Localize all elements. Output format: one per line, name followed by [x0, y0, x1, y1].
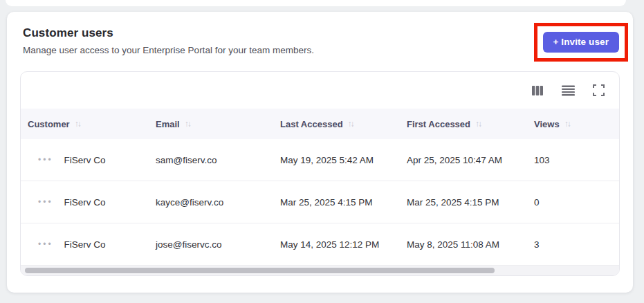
sort-icon[interactable]: ↑↓ — [185, 119, 190, 129]
table-header-row: Customer ↑↓ Email ↑↓ Last Accessed ↑↓ Fi… — [21, 109, 619, 139]
column-header-customer[interactable]: Customer ↑↓ — [21, 119, 156, 129]
cell-first-accessed: May 8, 2025 11:08 AM — [407, 239, 534, 250]
fullscreen-icon[interactable] — [591, 84, 605, 98]
row-menu-icon[interactable]: ••• — [38, 240, 53, 248]
customer-users-card: Customer users Manage user access to you… — [7, 12, 633, 293]
previous-card-bottom-edge — [6, 0, 626, 6]
cell-customer: FiServ Co — [64, 197, 106, 208]
cell-views: 103 — [534, 155, 619, 165]
cell-email: jose@fiservc.co — [156, 239, 280, 250]
column-label: Views — [534, 119, 560, 129]
cell-views: 0 — [534, 197, 619, 208]
cell-views: 3 — [534, 239, 619, 250]
sort-icon[interactable]: ↑↓ — [475, 119, 481, 129]
row-density-icon[interactable] — [561, 84, 575, 98]
cell-email: sam@fiserv.co — [156, 155, 280, 165]
column-header-email[interactable]: Email ↑↓ — [156, 119, 280, 129]
cell-last-accessed: Mar 25, 2025 4:15 PM — [280, 197, 407, 208]
page-subtitle: Manage user access to your Enterprise Po… — [23, 45, 617, 55]
cell-first-accessed: Apr 25, 2025 10:47 AM — [407, 155, 534, 165]
column-label: Email — [156, 119, 180, 129]
table-row[interactable]: ••• FiServ Co sam@fiserv.co May 19, 2025… — [21, 139, 619, 181]
column-header-first-accessed[interactable]: First Accessed ↑↓ — [407, 119, 534, 129]
sort-icon[interactable]: ↑↓ — [75, 119, 80, 129]
row-menu-icon[interactable]: ••• — [38, 198, 53, 206]
cell-customer: FiServ Co — [64, 155, 106, 165]
column-header-views[interactable]: Views ↑↓ — [534, 119, 619, 129]
column-label: Customer — [28, 119, 70, 129]
cell-first-accessed: Mar 25, 2025 4:15 PM — [407, 197, 534, 208]
column-header-last-accessed[interactable]: Last Accessed ↑↓ — [280, 119, 407, 129]
sort-icon[interactable]: ↑↓ — [564, 119, 570, 129]
table-row[interactable]: ••• FiServ Co kayce@fiserv.co Mar 25, 20… — [21, 181, 619, 223]
row-menu-icon[interactable]: ••• — [38, 156, 53, 164]
sort-icon[interactable]: ↑↓ — [348, 119, 353, 129]
annotation-highlight-box: + Invite user — [534, 23, 628, 62]
cell-last-accessed: May 19, 2025 5:42 AM — [280, 155, 407, 165]
scrollbar-thumb[interactable] — [25, 268, 495, 273]
cell-customer: FiServ Co — [64, 239, 106, 250]
users-table: Customer ↑↓ Email ↑↓ Last Accessed ↑↓ Fi… — [20, 71, 620, 276]
cell-email: kayce@fiserv.co — [156, 197, 280, 208]
invite-user-button[interactable]: + Invite user — [543, 32, 619, 53]
card-header: Customer users Manage user access to you… — [7, 12, 633, 55]
column-label: Last Accessed — [280, 119, 343, 129]
columns-icon[interactable] — [531, 84, 544, 98]
cell-last-accessed: May 14, 2025 12:12 PM — [280, 239, 407, 250]
page-title: Customer users — [23, 26, 617, 40]
table-row[interactable]: ••• FiServ Co jose@fiservc.co May 14, 20… — [21, 223, 619, 266]
horizontal-scrollbar[interactable] — [21, 266, 619, 275]
column-label: First Accessed — [407, 119, 470, 129]
table-toolbar — [21, 72, 619, 109]
